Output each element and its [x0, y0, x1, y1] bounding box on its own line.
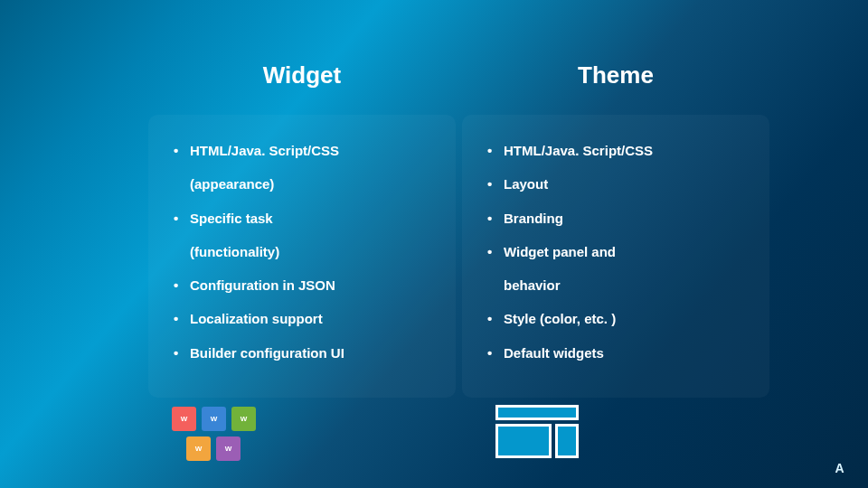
- list-item: Branding: [487, 210, 744, 228]
- list-item: behavior: [487, 277, 744, 295]
- list-item: Widget panel and: [487, 243, 744, 261]
- theme-layout-icon: [495, 405, 579, 458]
- list-item: (functionality): [174, 243, 430, 261]
- list-item: Configuration in JSON: [174, 277, 430, 295]
- tile-icon: W: [186, 436, 211, 461]
- brand-logo: A: [835, 461, 844, 475]
- slide: Widget HTML/Java. Script/CSS (appearance…: [0, 0, 868, 488]
- column-widget: Widget HTML/Java. Script/CSS (appearance…: [148, 61, 456, 398]
- list-item: (appearance): [174, 175, 430, 193]
- list-item: Builder configuration UI: [174, 344, 430, 362]
- tile-icon: W: [172, 407, 196, 431]
- column-theme: Theme HTML/Java. Script/CSS Layout Brand…: [462, 61, 769, 398]
- list-item: Style (color, etc. ): [487, 310, 744, 328]
- list-item: Specific task: [174, 210, 430, 228]
- list-item: Default widgets: [487, 344, 744, 362]
- heading-theme: Theme: [462, 61, 769, 89]
- tile-icon: W: [202, 407, 226, 431]
- list-item: Layout: [487, 175, 744, 193]
- layout-bar-icon: [495, 405, 579, 420]
- card-widget: HTML/Java. Script/CSS (appearance) Speci…: [148, 115, 456, 398]
- heading-widget: Widget: [148, 61, 456, 89]
- layout-main-icon: [495, 424, 552, 458]
- tile-icon: W: [231, 407, 256, 431]
- list-item: HTML/Java. Script/CSS: [487, 142, 744, 160]
- list-widget: HTML/Java. Script/CSS (appearance) Speci…: [174, 142, 430, 362]
- tile-icon: W: [216, 436, 241, 461]
- card-theme: HTML/Java. Script/CSS Layout Branding Wi…: [462, 115, 769, 398]
- list-item: Localization support: [174, 310, 430, 328]
- list-item: HTML/Java. Script/CSS: [174, 142, 430, 160]
- layout-side-icon: [555, 424, 579, 458]
- list-theme: HTML/Java. Script/CSS Layout Branding Wi…: [487, 142, 744, 362]
